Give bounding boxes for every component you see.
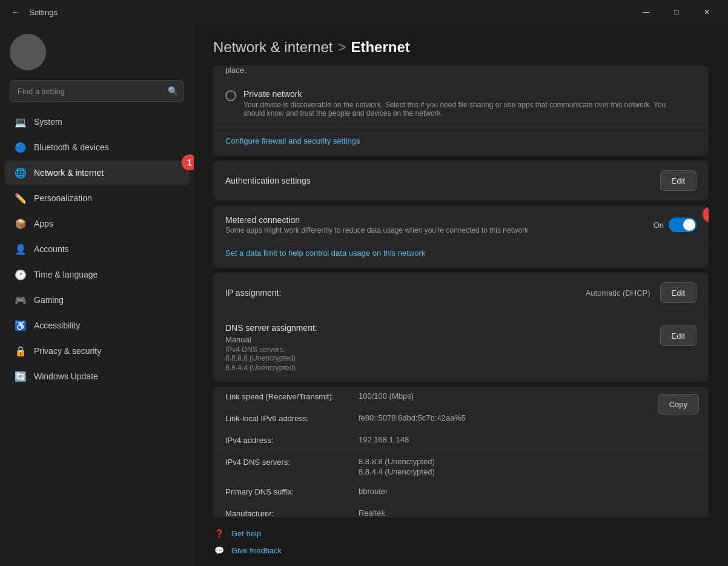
sidebar-item-system[interactable]: 💻 System (5, 110, 189, 134)
sidebar-item-label: Apps (34, 219, 53, 228)
firewall-link[interactable]: Configure firewall and security settings (225, 136, 360, 145)
metered-toggle[interactable] (669, 218, 697, 232)
auth-settings-card: Authentication settings Edit (213, 161, 709, 201)
sidebar-item-network-wrapper: 🌐 Network & internet 1 (0, 160, 194, 185)
sidebar-item-label: Bluetooth & devices (34, 142, 109, 152)
metered-connection-card: Metered connection Some apps might work … (213, 205, 709, 268)
dns-assignment-row: DNS server assignment: Manual IPv4 DNS s… (213, 313, 709, 382)
ip-label-group: IP assignment: (225, 288, 586, 298)
private-network-text: Private network Your device is discovera… (243, 89, 667, 118)
give-feedback-link[interactable]: 💬 Give feedback (213, 544, 709, 556)
window-controls: — □ ✕ (632, 2, 721, 22)
ip-assignment-value: Automatic (DHCP) (586, 288, 650, 298)
give-feedback-icon: 💬 (213, 544, 225, 556)
data-limit-link[interactable]: Set a data limit to help control data us… (225, 248, 425, 258)
private-network-radio[interactable] (225, 90, 236, 101)
notice-text: place. (213, 65, 709, 82)
sidebar-item-accessibility[interactable]: ♿ Accessibility (5, 313, 189, 338)
close-button[interactable]: ✕ (693, 2, 721, 22)
content-area: Network & internet > Ethernet place. Pri… (194, 24, 728, 566)
metered-row: Metered connection Some apps might work … (213, 205, 709, 245)
ipv4-dns-val: 8.8.8.8 (Unencrypted) 8.8.4.4 (Unencrypt… (359, 457, 697, 476)
avatar (10, 34, 46, 70)
auth-edit-button[interactable]: Edit (660, 170, 697, 191)
minimize-button[interactable]: — (632, 2, 660, 22)
app-title: Settings (29, 8, 627, 17)
manufacturer-key: Manufacturer: (225, 508, 359, 518)
network-type-card: place. Private network Your device is di… (213, 65, 709, 156)
dns-value-manual: Manual (225, 335, 660, 344)
primary-dns-suffix-val: bbrouter (359, 487, 697, 496)
primary-dns-suffix-key: Primary DNS suffix: (225, 487, 359, 496)
sidebar-item-label: Gaming (34, 295, 64, 305)
search-icon: 🔍 (168, 86, 178, 96)
dns-edit-button[interactable]: Edit (660, 325, 697, 346)
ip-edit-button[interactable]: Edit (660, 282, 697, 303)
ipv4-row: IPv4 address: 192.168.1.148 (213, 430, 709, 452)
get-help-link[interactable]: ❓ Get help (213, 527, 709, 539)
ip-dns-card: IP assignment: Automatic (DHCP) Edit DNS… (213, 273, 709, 382)
sidebar-item-apps[interactable]: 📦 Apps (5, 211, 189, 236)
ipv6-row: Link-local IPv6 address: fe80::5078:6dbd… (213, 408, 709, 430)
link-speed-row: Link speed (Receive/Transmit): 100/100 (… (213, 387, 709, 408)
search-input[interactable] (10, 80, 184, 102)
dns-value-2: 8.8.4.4 (Unencrypted) (225, 364, 660, 372)
firewall-link-row: Configure firewall and security settings (213, 128, 709, 156)
toggle-container: On 2 (654, 218, 697, 232)
dns-ipv4-values: 8.8.8.8 (Unencrypted) 8.8.4.4 (Unencrypt… (225, 354, 660, 372)
gaming-icon: 🎮 (15, 294, 27, 306)
sidebar-item-network[interactable]: 🌐 Network & internet 1 (5, 161, 189, 185)
ipv6-val: fe80::5078:6dbd:5c7b:42aa%5 (359, 413, 697, 422)
accounts-icon: 👤 (15, 243, 27, 255)
link-speed-key: Link speed (Receive/Transmit): (225, 391, 359, 401)
metered-label-group: Metered connection Some apps might work … (225, 215, 654, 235)
toggle-label: On (654, 221, 664, 230)
private-network-description: Your device is discoverable on the netwo… (243, 101, 667, 118)
sidebar-item-label: Personalization (34, 193, 92, 203)
sidebar-item-gaming[interactable]: 🎮 Gaming (5, 288, 189, 312)
give-feedback-label: Give feedback (231, 546, 282, 555)
sidebar-item-windows-update[interactable]: 🔄 Windows Update (5, 364, 189, 388)
content-scroll: place. Private network Your device is di… (194, 65, 728, 518)
apps-icon: 📦 (15, 218, 27, 230)
sidebar-item-label: Network & internet (34, 168, 104, 178)
private-network-label: Private network (243, 89, 667, 99)
dns-assignment-label: DNS server assignment: (225, 323, 660, 333)
page-header: Network & internet > Ethernet (194, 24, 728, 65)
sidebar-item-personalization[interactable]: ✏️ Personalization (5, 186, 189, 210)
windows-update-icon: 🔄 (15, 370, 27, 382)
bluetooth-icon: 🔵 (15, 141, 27, 153)
system-icon: 💻 (15, 116, 27, 128)
manufacturer-val: Realtek (359, 508, 697, 518)
primary-dns-suffix-row: Primary DNS suffix: bbrouter (213, 482, 709, 504)
sidebar-item-time[interactable]: 🕐 Time & language (5, 262, 189, 287)
breadcrumb-parent: Network & internet (213, 39, 333, 56)
auth-label-group: Authentication settings (225, 176, 660, 185)
get-help-label: Get help (231, 529, 261, 538)
private-network-row: Private network Your device is discovera… (213, 82, 709, 128)
maximize-button[interactable]: □ (663, 2, 690, 22)
link-speed-val: 100/100 (Mbps) (359, 391, 697, 401)
auth-settings-label: Authentication settings (225, 176, 660, 185)
back-button[interactable]: ← (7, 4, 24, 21)
sidebar-item-accounts[interactable]: 👤 Accounts (5, 237, 189, 261)
ipv6-key: Link-local IPv6 address: (225, 413, 359, 423)
sidebar-item-label: Privacy & security (34, 346, 101, 356)
network-details-card: Copy Link speed (Receive/Transmit): 100/… (213, 387, 709, 518)
personalization-icon: ✏️ (15, 192, 27, 204)
time-icon: 🕐 (15, 268, 27, 281)
get-help-icon: ❓ (213, 527, 225, 539)
data-limit-row: Set a data limit to help control data us… (213, 245, 709, 268)
dns-label-group: DNS server assignment: Manual IPv4 DNS s… (225, 323, 660, 372)
titlebar: ← Settings — □ ✕ (0, 0, 728, 24)
dns-row-val-2: 8.8.4.4 (Unencrypted) (359, 467, 697, 476)
sidebar-item-label: Accounts (34, 244, 69, 254)
sidebar-item-privacy[interactable]: 🔒 Privacy & security (5, 339, 189, 363)
sidebar-item-bluetooth[interactable]: 🔵 Bluetooth & devices (5, 135, 189, 159)
ip-assignment-row: IP assignment: Automatic (DHCP) Edit (213, 273, 709, 313)
accessibility-icon: ♿ (15, 319, 27, 331)
metered-label: Metered connection (225, 215, 654, 225)
annotation-badge-1: 1 (182, 155, 194, 170)
copy-button[interactable]: Copy (658, 394, 699, 415)
ipv4-dns-key: IPv4 DNS servers: (225, 457, 359, 467)
